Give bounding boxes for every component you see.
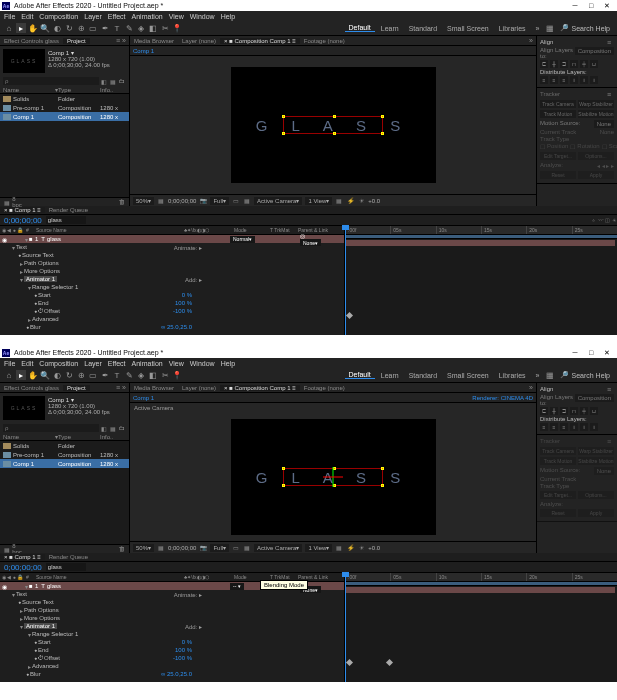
project-search-input[interactable] xyxy=(3,424,99,432)
dist-vcenter[interactable]: ≡ xyxy=(550,76,558,84)
rect-tool[interactable]: ▭ xyxy=(88,23,98,33)
dist-bottom[interactable]: ≡ xyxy=(560,423,568,431)
tab-layer[interactable]: Layer (none) xyxy=(178,385,220,391)
align-hcenter[interactable]: ╫ xyxy=(550,60,558,68)
clone-tool[interactable]: ◈ xyxy=(136,23,146,33)
align-target-dropdown[interactable]: Composition xyxy=(575,47,614,55)
tab-footage[interactable]: Footage (none) xyxy=(300,38,349,44)
composition-canvas[interactable]: G L A S S xyxy=(231,67,436,183)
tl-prop-end[interactable]: ⬥ End100 % xyxy=(0,646,344,654)
puppet-tool[interactable]: 📍 xyxy=(172,23,182,33)
camera-dropdown[interactable]: Active Camera ▾ xyxy=(254,197,302,205)
eraser-tool[interactable]: ◧ xyxy=(148,23,158,33)
workspace-default[interactable]: Default xyxy=(345,24,375,32)
home-tool[interactable]: ⌂ xyxy=(4,23,14,33)
menu-animation[interactable]: Animation xyxy=(132,360,163,367)
orbit-tool[interactable]: ◐ xyxy=(52,23,62,33)
dist-hcenter[interactable]: ⦀ xyxy=(580,423,588,431)
align-bottom[interactable]: ⊔ xyxy=(590,60,598,68)
bpc-toggle[interactable]: 8 bpc xyxy=(13,545,21,553)
res-grid-icon[interactable]: ▦ xyxy=(157,197,165,205)
col-type[interactable]: Type xyxy=(58,434,100,440)
mode-dropdown[interactable]: Normal ▾ xyxy=(230,236,255,243)
tab-project[interactable]: Project xyxy=(63,385,90,391)
align-top[interactable]: ⊓ xyxy=(570,407,578,415)
active-comp-label[interactable]: Comp 1 xyxy=(133,48,154,54)
align-left[interactable]: ⊏ xyxy=(540,407,548,415)
comp-thumbnail[interactable]: GLASS xyxy=(3,396,45,420)
current-time[interactable]: 0;00;00;00 xyxy=(168,545,196,551)
clone-tool[interactable]: ◈ xyxy=(136,370,146,380)
composition-canvas[interactable]: G L A S S xyxy=(231,419,436,535)
active-comp-label[interactable]: Comp 1 xyxy=(133,395,154,401)
view-dropdown[interactable]: 1 View ▾ xyxy=(305,197,332,205)
minimize-button[interactable]: ─ xyxy=(567,347,583,358)
align-vcenter[interactable]: ╪ xyxy=(580,60,588,68)
res-grid-icon[interactable]: ▦ xyxy=(157,544,165,552)
rotate-tool[interactable]: ↻ xyxy=(64,370,74,380)
tab-layer[interactable]: Layer (none) xyxy=(178,38,220,44)
menu-edit[interactable]: Edit xyxy=(21,360,33,367)
workspace-small[interactable]: Small Screen xyxy=(443,372,493,379)
new-comp-icon[interactable]: ▦ xyxy=(109,424,117,432)
tl-tab-comp1[interactable]: × ■ Comp 1 ≡ xyxy=(0,554,45,560)
close-button[interactable]: ✕ xyxy=(599,0,615,11)
tl-layer-glass[interactable]: ◉ ▾ ■ 1 T glass -- ▾ ◎ None ▾ Blending M… xyxy=(0,582,344,590)
timeline-search-input[interactable] xyxy=(46,216,86,224)
workspace-small[interactable]: Small Screen xyxy=(443,25,493,32)
trash-icon[interactable]: 🗑 xyxy=(118,198,126,206)
roi-icon[interactable]: ▭ xyxy=(232,544,240,552)
folder-icon[interactable]: 🗀 xyxy=(118,77,126,85)
snapshot-icon[interactable]: 📷 xyxy=(199,544,207,552)
timeline-ruler[interactable]: :00f 05s 10s 15s 20s 25s xyxy=(345,226,617,235)
tl-prop-path-options[interactable]: ▸Path Options xyxy=(0,259,344,267)
offset-keyframe-2[interactable] xyxy=(386,659,393,666)
tl-prop-source-text[interactable]: ⬥ Source Text xyxy=(0,598,344,606)
col-info[interactable]: Info.. xyxy=(100,87,126,93)
menu-help[interactable]: Help xyxy=(221,360,235,367)
align-vcenter[interactable]: ╪ xyxy=(580,407,588,415)
dist-vcenter[interactable]: ≡ xyxy=(550,423,558,431)
col-name[interactable]: Name xyxy=(3,434,55,440)
tl-tab-render[interactable]: Render Queue xyxy=(45,554,92,560)
menu-edit[interactable]: Edit xyxy=(21,13,33,20)
align-right[interactable]: ⊐ xyxy=(560,60,568,68)
timecode[interactable]: 0;00;00;00 xyxy=(0,216,46,225)
menu-animation[interactable]: Animation xyxy=(132,13,163,20)
panel-menu-icon[interactable]: ≡ » xyxy=(113,37,129,44)
add-property-button[interactable]: Add: ▸ xyxy=(185,623,342,630)
tl-prop-advanced[interactable]: ▸Advanced xyxy=(0,315,344,323)
tl-prop-blur[interactable]: ⬥ Blur∞ 25.0,25.0 xyxy=(0,670,344,678)
folder-icon[interactable]: 🗀 xyxy=(118,424,126,432)
interpret-icon[interactable]: ◧ xyxy=(100,424,108,432)
tab-media-browser[interactable]: Media Browser xyxy=(130,38,178,44)
proj-row-comp1[interactable]: Comp 1 Composition 1280 x xyxy=(0,459,129,468)
tracker-menu-icon[interactable]: ≡ xyxy=(604,91,614,98)
roto-tool[interactable]: ✂ xyxy=(160,23,170,33)
stabilize-button[interactable]: Stabilize Motion xyxy=(578,110,614,118)
tl-tab-comp1[interactable]: × ■ Comp 1 ≡ xyxy=(0,207,45,213)
roi-icon[interactable]: ▭ xyxy=(232,197,240,205)
anchor-tool[interactable]: ⊕ xyxy=(76,370,86,380)
zoom-dropdown[interactable]: 50% ▾ xyxy=(133,197,154,205)
search-help-label[interactable]: Search Help xyxy=(571,25,610,32)
3d-view-icon[interactable]: ▦ xyxy=(335,197,343,205)
tl-btn-draft[interactable]: ☀ xyxy=(611,217,617,223)
dist-left[interactable]: ⦀ xyxy=(570,76,578,84)
tl-prop-text[interactable]: ▾TextAnimate: ▸ xyxy=(0,243,344,251)
minimize-button[interactable]: ─ xyxy=(567,0,583,11)
exposure-icon[interactable]: ☀ xyxy=(357,197,365,205)
brush-tool[interactable]: ✎ xyxy=(124,370,134,380)
layer-bar-glass[interactable] xyxy=(345,240,615,246)
search-help-label[interactable]: Search Help xyxy=(571,372,610,379)
workspace-standard[interactable]: Standard xyxy=(405,372,441,379)
motion-source-dropdown[interactable]: None xyxy=(594,120,614,128)
align-right[interactable]: ⊐ xyxy=(560,407,568,415)
dist-right[interactable]: ⦀ xyxy=(590,423,598,431)
eraser-tool[interactable]: ◧ xyxy=(148,370,158,380)
align-hcenter[interactable]: ╫ xyxy=(550,407,558,415)
camera-dropdown[interactable]: Active Camera ▾ xyxy=(254,544,302,552)
tab-media-browser[interactable]: Media Browser xyxy=(130,385,178,391)
timeline-ruler[interactable]: :00f 05s 10s 15s 20s 25s xyxy=(345,573,617,582)
dist-left[interactable]: ⦀ xyxy=(570,423,578,431)
